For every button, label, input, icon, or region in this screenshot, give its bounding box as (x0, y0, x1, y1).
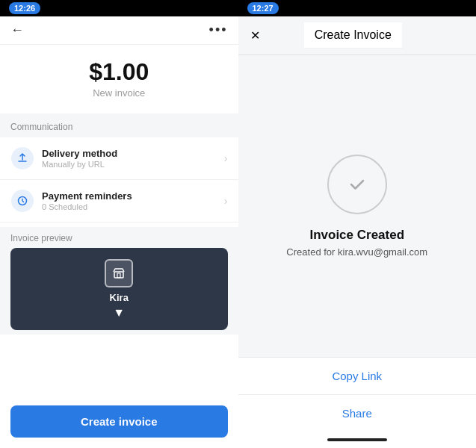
delivery-icon (11, 147, 34, 169)
invoice-header: $1.00 New invoice (0, 45, 238, 109)
home-bar (327, 438, 387, 441)
delivery-method-item[interactable]: Delivery method Manually by URL › (0, 137, 238, 180)
delivery-icon-wrap (10, 146, 34, 170)
delivery-chevron: › (224, 152, 228, 164)
store-icon (105, 259, 133, 287)
payment-reminders-item[interactable]: Payment reminders 0 Scheduled › (0, 180, 238, 223)
more-button[interactable]: ••• (209, 22, 228, 38)
store-svg (111, 266, 126, 281)
reminders-icon-wrap (10, 189, 34, 213)
preview-label: Invoice preview (10, 233, 228, 243)
svg-rect-1 (114, 272, 123, 278)
create-invoice-button[interactable]: Create invoice (10, 405, 228, 438)
reminders-sub: 0 Scheduled (42, 202, 224, 211)
share-button[interactable]: Share (238, 395, 477, 432)
status-bar-left: 12:26 (0, 0, 238, 16)
status-time-left: 12:26 (9, 2, 40, 14)
reminders-chevron: › (224, 195, 228, 207)
invoice-subtitle: New invoice (0, 87, 238, 99)
nav-bar-left: ← ••• (0, 16, 238, 45)
status-bar-right: 12:27 (238, 0, 477, 16)
success-title: Invoice Created (309, 228, 404, 243)
delivery-title: Delivery method (42, 148, 224, 159)
left-phone: 12:26 ← ••• $1.00 New invoice Communicat… (0, 0, 238, 448)
reminders-icon (11, 190, 34, 212)
action-btn-area: Copy Link Share (238, 357, 477, 432)
nav-bar-right: ✕ Create Invoice (238, 16, 477, 55)
home-indicator-right (238, 432, 477, 448)
success-subtitle: Created for kira.wvu@gmail.com (286, 246, 427, 258)
communication-section: Communication (0, 113, 238, 137)
copy-link-button[interactable]: Copy Link (238, 358, 477, 395)
invoice-amount: $1.00 (0, 58, 238, 86)
checkmark-icon (344, 171, 371, 198)
svg-rect-2 (117, 273, 120, 278)
create-invoice-title: Create Invoice (304, 22, 402, 49)
close-button[interactable]: ✕ (250, 28, 260, 43)
store-name: Kira (110, 292, 129, 303)
delivery-text: Delivery method Manually by URL (42, 148, 224, 169)
create-btn-wrap: Create invoice (0, 398, 238, 448)
clock-icon (16, 195, 28, 207)
status-time-right: 12:27 (247, 2, 279, 14)
invoice-preview-section: Invoice preview Kira ▼ (0, 227, 238, 335)
back-button[interactable]: ← (10, 22, 24, 38)
arrow-down-icon: ▼ (113, 306, 125, 320)
reminders-text: Payment reminders 0 Scheduled (42, 190, 224, 211)
right-phone: 12:27 ✕ Create Invoice Invoice Created C… (238, 0, 477, 448)
upload-icon (16, 152, 28, 164)
checkmark-circle (327, 155, 387, 214)
communication-label: Communication (10, 122, 72, 132)
preview-card: Kira ▼ (10, 248, 228, 330)
reminders-title: Payment reminders (42, 190, 224, 202)
delivery-sub: Manually by URL (42, 160, 224, 169)
success-content: Invoice Created Created for kira.wvu@gma… (238, 55, 477, 357)
